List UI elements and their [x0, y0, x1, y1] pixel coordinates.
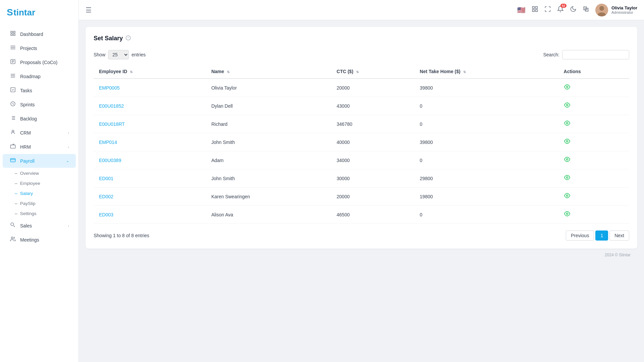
- sidebar-item-sprints[interactable]: Sprints: [3, 98, 76, 111]
- table-row: ED001 John Smith 30000 29800: [94, 169, 629, 188]
- col-name[interactable]: Name ⇅: [206, 65, 331, 79]
- emp-id-link[interactable]: E00U018RT: [99, 121, 125, 127]
- sidebar-sub-salary[interactable]: – Salary: [15, 188, 79, 198]
- cell-actions: [558, 169, 629, 188]
- entries-select[interactable]: 25 10 50 100: [108, 50, 129, 59]
- cell-ctc: 30000: [331, 169, 414, 188]
- sales-chevron-icon: ›: [68, 224, 69, 228]
- view-action-icon[interactable]: [564, 103, 571, 110]
- sidebar-item-sales[interactable]: Sales ›: [3, 219, 76, 232]
- sort-icon: ⇅: [463, 70, 466, 74]
- sort-icon: ⇅: [130, 70, 133, 74]
- cell-ctc: 20000: [331, 188, 414, 206]
- cell-emp-id: ED003: [94, 206, 206, 224]
- cell-emp-id: ED002: [94, 188, 206, 206]
- cell-emp-id: EMP014: [94, 133, 206, 151]
- table-row: E00U018RT Richard 346780 0: [94, 115, 629, 133]
- apps-icon[interactable]: [532, 6, 538, 14]
- sidebar-item-hrm[interactable]: HRM ›: [3, 140, 76, 154]
- emp-id-link[interactable]: EMP014: [99, 140, 117, 145]
- col-net-take-home[interactable]: Net Take Home ($) ⇅: [414, 65, 558, 79]
- table-row: E00U01852 Dylan Dell 43000 0: [94, 97, 629, 115]
- view-action-icon[interactable]: [564, 85, 571, 92]
- footer-text: 2024 © Stintar: [605, 253, 631, 257]
- view-action-icon[interactable]: [564, 212, 571, 218]
- sidebar-item-label: Proposals (CoCo): [20, 60, 57, 65]
- theme-icon[interactable]: [570, 6, 577, 14]
- sidebar-item-proposals[interactable]: Proposals (CoCo): [3, 55, 76, 69]
- pagination: Previous 1 Next: [566, 230, 629, 241]
- sidebar: S tintar Dashboard Projects Proposals (C…: [0, 0, 79, 362]
- emp-id-link[interactable]: ED002: [99, 194, 113, 199]
- emp-id-link[interactable]: E00U0389: [99, 158, 121, 163]
- table-row: ED002 Karen Swearingen 20000 19800: [94, 188, 629, 206]
- svg-text:S: S: [7, 7, 13, 17]
- sidebar-item-label: Backlog: [20, 116, 37, 121]
- svg-point-25: [566, 86, 568, 88]
- cell-name: Karen Swearingen: [206, 188, 331, 206]
- cell-emp-id: ED001: [94, 169, 206, 188]
- svg-rect-4: [13, 34, 15, 36]
- sidebar-item-tasks[interactable]: Tasks: [3, 84, 76, 97]
- expand-icon[interactable]: [544, 6, 551, 14]
- svg-point-18: [585, 8, 587, 10]
- dash-icon: –: [15, 191, 17, 196]
- sidebar-item-meetings[interactable]: Meetings: [3, 233, 76, 247]
- sidebar-item-label: Payroll: [20, 158, 35, 164]
- sidebar-item-backlog[interactable]: Backlog: [3, 112, 76, 125]
- settings-icon[interactable]: [583, 6, 589, 14]
- user-role: Administrator: [611, 10, 637, 14]
- cell-net-take-home: 0: [414, 97, 558, 115]
- sidebar-item-crm[interactable]: CRM ›: [3, 126, 76, 140]
- sidebar-item-dashboard[interactable]: Dashboard: [3, 27, 76, 41]
- view-action-icon[interactable]: [564, 157, 571, 164]
- page-1-button[interactable]: 1: [595, 230, 608, 241]
- view-action-icon[interactable]: [564, 175, 571, 182]
- main-area: ☰ 🇺🇸 52: [79, 0, 644, 362]
- page-title-row: Set Salary: [94, 35, 629, 42]
- view-action-icon[interactable]: [564, 121, 571, 128]
- emp-id-link[interactable]: E00U01852: [99, 103, 124, 109]
- user-profile[interactable]: Olivia Taylor Administrator: [595, 4, 637, 16]
- svg-rect-10: [10, 145, 15, 148]
- crm-chevron-icon: ›: [68, 131, 69, 135]
- cell-emp-id: E00U018RT: [94, 115, 206, 133]
- sidebar-item-projects[interactable]: Projects: [3, 41, 76, 55]
- sidebar-sub-payslip[interactable]: – PaySlip: [15, 198, 79, 208]
- table-controls: Show 25 10 50 100 entries Search:: [94, 50, 629, 59]
- table-row: EMP0005 Olivia Taylor 20000 39800: [94, 79, 629, 97]
- sidebar-sub-employee[interactable]: – Employee: [15, 178, 79, 188]
- next-button[interactable]: Next: [609, 230, 629, 241]
- showing-text: Showing 1 to 8 of 8 entries: [94, 233, 149, 238]
- col-ctc[interactable]: CTC ($) ⇅: [331, 65, 414, 79]
- search-box: Search:: [543, 50, 629, 59]
- col-emp-id[interactable]: Employee ID ⇅: [94, 65, 206, 79]
- svg-rect-5: [11, 34, 12, 36]
- previous-button[interactable]: Previous: [566, 230, 594, 241]
- emp-id-link[interactable]: ED001: [99, 176, 113, 181]
- view-action-icon[interactable]: [564, 139, 571, 146]
- sidebar-item-roadmap[interactable]: Roadmap: [3, 69, 76, 83]
- svg-point-12: [11, 223, 14, 226]
- emp-id-link[interactable]: ED003: [99, 212, 113, 217]
- language-flag[interactable]: 🇺🇸: [517, 6, 526, 14]
- hrm-chevron-icon: ›: [68, 145, 69, 149]
- sidebar-sub-overview[interactable]: – Overview: [15, 168, 79, 178]
- search-input[interactable]: [562, 50, 629, 59]
- cell-name: Alison Ava: [206, 206, 331, 224]
- notifications-icon[interactable]: 52: [557, 6, 564, 14]
- svg-rect-2: [11, 31, 12, 33]
- show-label: Show: [94, 52, 105, 57]
- emp-id-link[interactable]: EMP0005: [99, 85, 119, 91]
- sidebar-sub-settings[interactable]: – Settings: [15, 208, 79, 218]
- sidebar-item-payroll[interactable]: Payroll ⌄: [3, 154, 76, 168]
- menu-toggle-icon[interactable]: ☰: [86, 6, 92, 14]
- svg-point-29: [566, 159, 568, 160]
- info-icon[interactable]: [126, 35, 131, 42]
- col-actions: Actions: [558, 65, 629, 79]
- view-action-icon[interactable]: [564, 194, 571, 200]
- svg-rect-16: [536, 10, 538, 12]
- notification-badge: 52: [560, 4, 566, 8]
- sidebar-item-label: Dashboard: [20, 32, 43, 37]
- table-footer: Showing 1 to 8 of 8 entries Previous 1 N…: [94, 230, 629, 241]
